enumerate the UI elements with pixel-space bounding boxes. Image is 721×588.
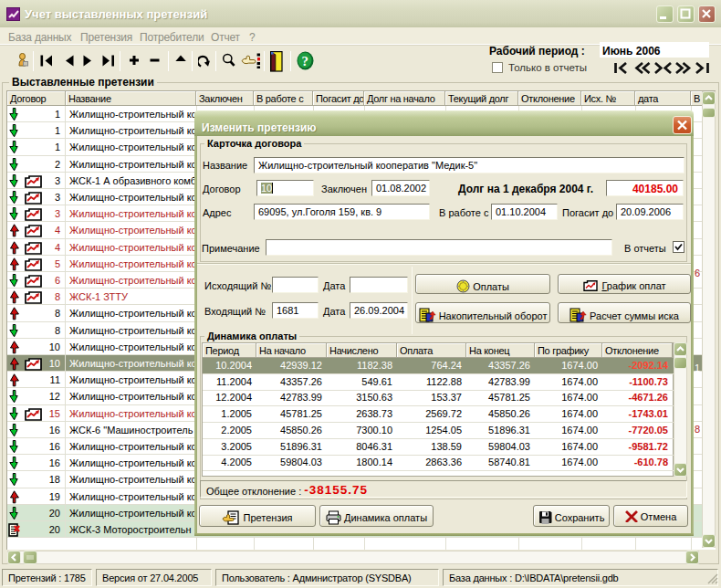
svg-text:?: ? <box>302 54 309 68</box>
